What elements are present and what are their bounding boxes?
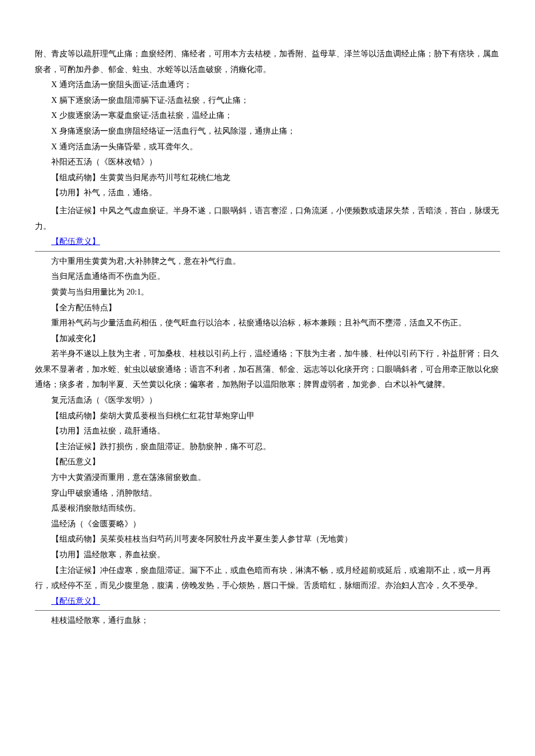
compatibility-link[interactable]: 【配伍意义】 [51,597,100,605]
list-item: X 膈下逐瘀汤一瘀血阻滞膈下证-活血祛瘀，行气止痛； [35,93,500,109]
list-item: X 身痛逐瘀汤一瘀血痹阻经络证一活血行气，祛风除湿，通痹止痛； [35,124,500,139]
list-item: X 少腹逐瘀汤一寒凝血瘀证-活血祛瘀，温经止痛； [35,108,500,124]
indications: 【主治证候】跌打损伤，瘀血阻滞证。胁肋瘀肿，痛不可忍。 [35,439,500,455]
paragraph-continuation: 附、青皮等以疏肝理气止痛；血瘀经闭、痛经者，可用本方去桔梗，加香附、益母草、泽兰… [35,46,500,77]
compatibility-item: 黄黄与当归用量比为 20:1。 [35,285,500,300]
composition: 【组成药物】柴胡大黄瓜蒌根当归桃仁红花甘草炮穿山甲 [35,409,500,424]
text: 重用补气药与少量活血药相伍，使气旺血行以治本，祛瘀通络以治标，标本兼顾；且补气而… [51,318,466,327]
text: 黄黄与当归用量比为 20:1。 [51,288,149,296]
compatibility-item: 桂枝温经散寒，通行血脉； [35,613,500,629]
function: 【功用】补气，活血，通络。 [35,185,500,201]
overall-feature-body: 重用补气药与少量活血药相伍，使气旺血行以治本，祛瘀通络以治标，标本兼顾；且补气而… [35,316,500,331]
text: 【组成药物】柴胡大黄瓜蒌根当归桃仁红花甘草炮穿山甲 [51,411,255,420]
compatibility-item: 当归尾活血通络而不伤血为臣。 [35,269,500,285]
compatibility-meaning-link: 【配伍意义】 [35,594,500,610]
composition: 【组成药物】吴茱萸桂枝当归芍药川芎麦冬阿胶牡丹皮半夏生姜人参甘草（无地黄） [35,532,500,547]
text: 【功用】温经散寒，养血祛瘀。 [51,550,165,559]
text: 方中大黄酒浸而重用，意在荡涤留瘀败血。 [51,473,206,482]
divider [35,251,500,252]
formula-title-fuyuanhuoxue: 复元活血汤（《医学发明》） [35,393,500,409]
compatibility-item: 方中重用生黄黄为君,大补肺脾之气，意在补气行血。 [35,254,500,270]
formula-title-wenjing: 温经汤（《金匮要略》） [35,517,500,532]
text: 若半身不遂以上肢为主者，可加桑枝、桂枝以引药上行，温经通络；下肢为主者，加牛膝、… [35,349,499,389]
text: 【功用】活血祛瘀，疏肝通络。 [51,427,165,435]
text: 【全方配伍特点】 [51,303,116,312]
text: 【功用】补气，活血，通络。 [51,188,157,197]
text: 当归尾活血通络而不伤血为臣。 [51,272,165,281]
text: 【主治证候】跌打损伤，瘀血阻滞证。胁肋瘀肿，痛不可忍。 [51,442,271,451]
text: 【主治证候】冲任虚寒，瘀血阻滞证。漏下不止，或血色暗而有块，淋漓不畅，或月经超前… [35,566,491,590]
list-item: X 通窍活血汤一瘀阻头面证-活血通窍； [35,77,500,93]
formula-title-buyanghuanwu: 补阳还五汤（《医林改错》） [35,155,500,170]
text: X 少腹逐瘀汤一寒凝血瘀证-活血祛瘀，温经止痛； [51,111,233,120]
compatibility-item: 方中大黄酒浸而重用，意在荡涤留瘀败血。 [35,470,500,486]
text: 方中重用生黄黄为君,大补肺脾之气，意在补气行血。 [51,257,241,266]
compatibility-item: 瓜蒌根消瘀散结而续伤。 [35,501,500,517]
text: 穿山甲破瘀通络，消肿散结。 [51,489,157,497]
text: X 膈下逐瘀汤一瘀血阻滞膈下证-活血祛瘀，行气止痛； [51,96,249,105]
compatibility-meaning-link: 【配伍意义】 [35,234,500,250]
overall-feature-label: 【全方配伍特点】 [35,300,500,316]
text: 【配伍意义】 [51,457,100,466]
compatibility-meaning-label: 【配伍意义】 [35,454,500,470]
text: 【组成药物】吴茱萸桂枝当归芍药川芎麦冬阿胶牡丹皮半夏生姜人参甘草（无地黄） [51,535,352,543]
indications: 【主治证候】中风之气虚血瘀证。半身不遂，口眼㖞斜，语言謇涩，口角流涎，小便频数或… [35,203,500,234]
text: 温经汤（《金匮要略》） [51,519,141,528]
function: 【功用】温经散寒，养血祛瘀。 [35,547,500,563]
text: 桂枝温经散寒，通行血脉； [51,616,149,625]
text: 【组成药物】生黄黄当归尾赤芍川芎红花桃仁地龙 [51,173,230,182]
divider [35,610,500,611]
text: 补阳还五汤（《医林改错》） [51,157,157,166]
text: 复元活血汤（《医学发明》） [51,396,157,404]
compatibility-link[interactable]: 【配伍意义】 [51,237,100,246]
modification-label: 【加减变化】 [35,331,500,347]
indications: 【主治证候】冲任虚寒，瘀血阻滞证。漏下不止，或血色暗而有块，淋漓不畅，或月经超前… [35,563,500,594]
text: 附、青皮等以疏肝理气止痛；血瘀经闭、痛经者，可用本方去桔梗，加香附、益母草、泽兰… [35,49,499,74]
modification-body: 若半身不遂以上肢为主者，可加桑枝、桂枝以引药上行，温经通络；下肢为主者，加牛膝、… [35,346,500,393]
composition: 【组成药物】生黄黄当归尾赤芍川芎红花桃仁地龙 [35,170,500,186]
text: 【加减变化】 [51,334,100,343]
text: X 通窍活血汤一头痛昏晕，或耳聋年久。 [51,142,198,151]
compatibility-item: 穿山甲破瘀通络，消肿散结。 [35,486,500,501]
text: 瓜蒌根消瘀散结而续伤。 [51,504,141,513]
function: 【功用】活血祛瘀，疏肝通络。 [35,424,500,439]
text: X 通窍活血汤一瘀阻头面证-活血通窍； [51,80,192,89]
text: X 身痛逐瘀汤一瘀血痹阻经络证一活血行气，祛风除湿，通痹止痛； [51,127,295,135]
text: 【主治证候】中风之气虚血瘀证。半身不遂，口眼㖞斜，语言謇涩，口角流涎，小便频数或… [35,206,499,231]
list-item: X 通窍活血汤一头痛昏晕，或耳聋年久。 [35,139,500,155]
